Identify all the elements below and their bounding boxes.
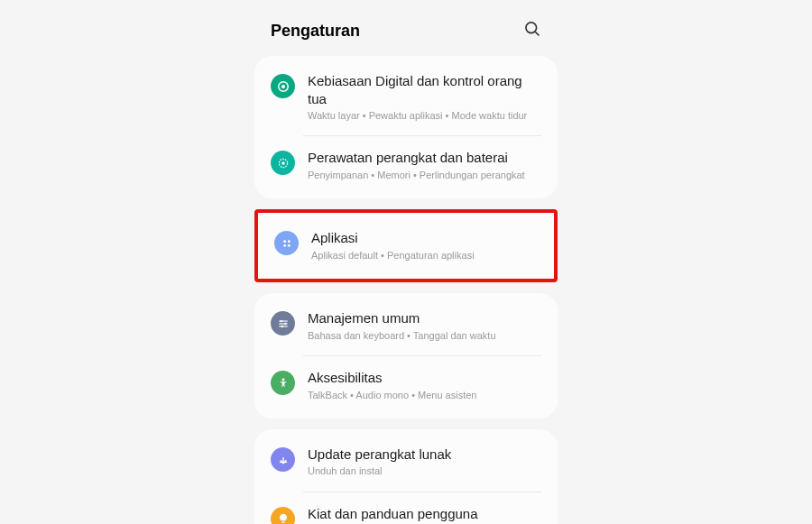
item-subtitle: TalkBack • Audio mono • Menu asisten [308, 389, 541, 402]
item-content: Kebiasaan Digital dan kontrol orang tua … [308, 72, 541, 123]
page-title: Pengaturan [271, 22, 360, 41]
item-title: Kebiasaan Digital dan kontrol orang tua [308, 72, 541, 107]
settings-group-3: Manajemen umum Bahasa dan keyboard • Tan… [254, 293, 558, 418]
settings-item-tips[interactable]: Kiat dan panduan pengguna Kiat bermanfaa… [254, 492, 558, 524]
item-title: Perawatan perangkat dan baterai [308, 149, 541, 167]
tips-icon [271, 507, 295, 524]
svg-point-7 [287, 240, 290, 243]
settings-item-digital-wellbeing[interactable]: Kebiasaan Digital dan kontrol orang tua … [254, 60, 558, 135]
settings-group-4: Update perangkat lunak Unduh dan instal … [254, 429, 558, 524]
settings-item-software-update[interactable]: Update perangkat lunak Unduh dan instal [254, 433, 558, 492]
item-subtitle: Waktu layar • Pewaktu aplikasi • Mode wa… [308, 109, 541, 123]
svg-point-5 [281, 161, 285, 165]
item-title: Update perangkat lunak [308, 446, 541, 464]
accessibility-icon [271, 371, 295, 395]
item-content: Perawatan perangkat dan baterai Penyimpa… [308, 149, 541, 182]
settings-screen: Pengaturan Kebiasaan Digital dan kontrol… [254, 11, 558, 524]
svg-point-3 [281, 84, 284, 87]
digital-wellbeing-icon [271, 74, 295, 98]
settings-item-apps[interactable]: Aplikasi Aplikasi default • Pengaturan a… [258, 216, 554, 275]
settings-group-1: Kebiasaan Digital dan kontrol orang tua … [254, 56, 558, 198]
header: Pengaturan [254, 11, 558, 56]
svg-rect-17 [279, 462, 286, 463]
item-title: Aplikasi [311, 229, 538, 247]
general-management-icon [271, 311, 295, 336]
search-icon[interactable] [523, 20, 541, 41]
item-content: Update perangkat lunak Unduh dan instal [308, 446, 541, 479]
settings-item-general-management[interactable]: Manajemen umum Bahasa dan keyboard • Tan… [254, 297, 558, 355]
svg-point-14 [284, 323, 286, 325]
settings-item-device-care[interactable]: Perawatan perangkat dan baterai Penyimpa… [254, 136, 558, 195]
item-content: Aksesibilitas TalkBack • Audio mono • Me… [308, 369, 541, 402]
apps-icon [274, 231, 299, 255]
svg-point-0 [526, 23, 537, 33]
item-content: Kiat dan panduan pengguna Kiat bermanfaa… [308, 505, 541, 524]
item-content: Manajemen umum Bahasa dan keyboard • Tan… [308, 309, 541, 343]
item-title: Kiat dan panduan pengguna [308, 505, 541, 523]
item-title: Manajemen umum [308, 309, 541, 327]
svg-point-6 [283, 240, 286, 243]
software-update-icon [271, 447, 295, 472]
svg-point-8 [283, 244, 286, 247]
device-care-icon [271, 151, 295, 175]
item-subtitle: Unduh dan instal [308, 464, 541, 478]
item-title: Aksesibilitas [308, 369, 541, 387]
item-subtitle: Aplikasi default • Pengaturan aplikasi [311, 249, 538, 262]
svg-point-9 [287, 244, 290, 247]
item-subtitle: Bahasa dan keyboard • Tanggal dan waktu [308, 329, 541, 343]
settings-group-2-highlighted: Aplikasi Aplikasi default • Pengaturan a… [254, 209, 558, 282]
svg-point-16 [281, 378, 284, 381]
item-subtitle: Penyimpanan • Memori • Perlindungan pera… [308, 169, 541, 182]
svg-point-13 [280, 320, 281, 322]
svg-line-1 [535, 32, 539, 35]
item-content: Aplikasi Aplikasi default • Pengaturan a… [311, 229, 538, 262]
svg-point-15 [281, 325, 282, 326]
settings-item-accessibility[interactable]: Aksesibilitas TalkBack • Audio mono • Me… [254, 356, 558, 415]
